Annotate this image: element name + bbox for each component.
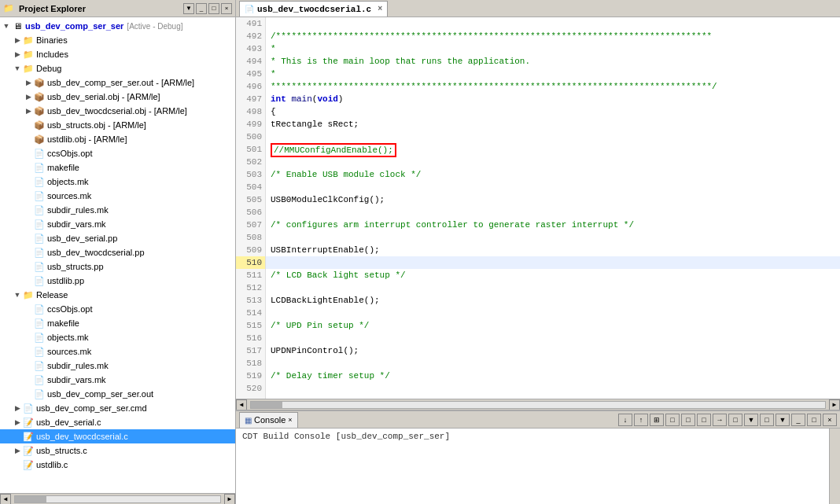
tree-item-ustdlib-c[interactable]: 📝ustdlib.c [0, 458, 235, 472]
tree-arrow-debug-usb-structs-pp[interactable] [24, 262, 33, 271]
tree-arrow-debug-makefile[interactable] [24, 163, 33, 172]
tree-item-debug-makefile[interactable]: 📄makefile [0, 160, 235, 175]
tree-arrow-debug-sources[interactable] [24, 191, 33, 200]
panel-close-btn[interactable]: × [221, 3, 232, 14]
tree-item-debug-sources[interactable]: 📄sources.mk [0, 189, 235, 203]
code-scroll-right[interactable]: ▶ [829, 399, 840, 410]
console-settings-dropdown[interactable]: ▼ [744, 414, 758, 426]
console-max-btn[interactable]: □ [807, 414, 821, 426]
tree-item-debug-subdir-vars[interactable]: 📄subdir_vars.mk [0, 217, 235, 231]
tree-arrow-root[interactable] [2, 21, 11, 31]
scroll-right-btn[interactable]: ▶ [224, 494, 235, 505]
console-expand-btn[interactable]: → [713, 414, 727, 426]
tree-arrow-release-objects[interactable] [24, 333, 33, 342]
console-min-btn[interactable]: _ [791, 414, 805, 426]
tree-item-includes[interactable]: 📁Includes [0, 47, 235, 61]
tree-item-usb-structs-c[interactable]: 📝usb_structs.c [0, 443, 235, 458]
tree-item-root[interactable]: 🖥usb_dev_comp_ser_ser [Active - Debug] [0, 19, 235, 33]
tree-item-usb-dev-twocdcserial-c[interactable]: 📝usb_dev_twocdcserial.c [0, 429, 235, 443]
tree-item-debug-ccsObjs[interactable]: 📄ccsObjs.opt [0, 146, 235, 160]
tree-item-release-subdir-vars[interactable]: 📄subdir_vars.mk [0, 373, 235, 387]
console-tab[interactable]: ▦ Console × [239, 412, 298, 428]
tree-arrow-debug-subdir-vars[interactable] [24, 219, 33, 229]
console-clear-btn[interactable]: □ [697, 414, 711, 426]
tree-arrow-debug-ustdlib-obj[interactable] [24, 134, 33, 144]
scroll-left-btn[interactable]: ◀ [0, 494, 11, 505]
tree-item-debug-serial-obj[interactable]: 📦usb_dev_serial.obj - [ARM/le] [0, 90, 235, 104]
tree-arrow-release-ccsObjs[interactable] [24, 304, 33, 314]
code-h-track[interactable] [250, 401, 826, 409]
console-filter-dropdown[interactable]: ▼ [776, 414, 790, 426]
scroll-track[interactable] [14, 495, 221, 503]
tree-item-release-comp-ser-out[interactable]: 📄usb_dev_comp_ser_ser.out [0, 387, 235, 401]
tree-arrow-debug-ustdlib-pp[interactable] [24, 276, 33, 285]
tree-arrow-debug-ccsObjs[interactable] [24, 149, 33, 158]
tree-item-debug-usb-serial-pp[interactable]: 📄usb_dev_serial.pp [0, 231, 235, 245]
tree-arrow-release-sources[interactable] [24, 347, 33, 356]
panel-min-btn[interactable]: _ [196, 3, 207, 14]
tree-arrow-debug-structs-obj[interactable] [24, 120, 33, 130]
tree-arrow-release-subdir-vars[interactable] [24, 375, 33, 384]
tree-item-debug-objects[interactable]: 📄objects.mk [0, 175, 235, 189]
tree-arrow-release[interactable] [13, 290, 22, 300]
tree-arrow-release-subdir-rules[interactable] [24, 361, 33, 370]
panel-menu-btn[interactable]: ▼ [183, 3, 194, 14]
console-layout-btn[interactable]: □ [728, 414, 742, 426]
tree-arrow-debug-usb-twocdcserial-pp[interactable] [24, 248, 33, 257]
tree-arrow-includes[interactable] [13, 50, 22, 59]
editor-tab-twocdcserial[interactable]: 📄 usb_dev_twocdcserial.c × [239, 1, 388, 17]
tree-item-debug-ser-out[interactable]: 📦usb_dev_comp_ser_ser.out - [ARM/le] [0, 75, 235, 90]
tree-item-debug-twocdcserial-obj[interactable]: 📦usb_dev_twocdcserial.obj - [ARM/le] [0, 104, 235, 118]
console-scroll-down-btn[interactable]: ↓ [618, 414, 632, 426]
scroll-thumb[interactable] [15, 496, 46, 502]
console-new-btn[interactable]: ⊞ [650, 414, 664, 426]
tree-item-debug-subdir-rules[interactable]: 📄subdir_rules.mk [0, 203, 235, 217]
tree-item-debug[interactable]: 📁Debug [0, 61, 235, 75]
tree-arrow-usb-dev-twocdcserial-c[interactable] [13, 432, 22, 441]
tree-arrow-debug-twocdcserial-obj[interactable] [24, 106, 33, 116]
tree-item-debug-usb-twocdcserial-pp[interactable]: 📄usb_dev_twocdcserial.pp [0, 245, 235, 259]
tree-item-debug-structs-obj[interactable]: 📦usb_structs.obj - [ARM/le] [0, 118, 235, 132]
tree-arrow-debug-serial-obj[interactable] [24, 92, 33, 101]
tree-arrow-debug-objects[interactable] [24, 177, 33, 186]
tree-item-release-cmd[interactable]: 📄usb_dev_comp_ser_ser.cmd [0, 401, 235, 415]
tree-item-release-makefile[interactable]: 📄makefile [0, 316, 235, 330]
console-copy-btn[interactable]: □ [681, 414, 695, 426]
tree-arrow-debug[interactable] [13, 64, 22, 73]
code-content[interactable]: /***************************************… [266, 17, 840, 399]
tree-arrow-usb-dev-serial-c[interactable] [13, 418, 22, 427]
tree-arrow-ustdlib-c[interactable] [13, 460, 22, 469]
tree-item-release[interactable]: 📁Release [0, 288, 235, 302]
tree-arrow-debug-ser-out[interactable] [24, 78, 33, 87]
editor-tab-close[interactable]: × [378, 5, 382, 13]
tree-arrow-release-cmd[interactable] [13, 403, 22, 413]
console-scroll-up-btn[interactable]: ↑ [634, 414, 648, 426]
code-scrollbar-h[interactable]: ◀ ▶ [236, 399, 840, 410]
tree-item-release-sources[interactable]: 📄sources.mk [0, 344, 235, 359]
tree-icon-release-subdir-vars: 📄 [33, 373, 46, 386]
tree-item-binaries[interactable]: 📁Binaries [0, 33, 235, 47]
tree-item-debug-ustdlib-pp[interactable]: 📄ustdlib.pp [0, 274, 235, 288]
console-close-btn[interactable]: × [823, 414, 837, 426]
tree-item-usb-dev-serial-c[interactable]: 📝usb_dev_serial.c [0, 415, 235, 429]
code-area[interactable]: 4914924934944954964974984995005015025035… [236, 17, 840, 399]
tree-item-debug-ustdlib-obj[interactable]: 📦ustdlib.obj - [ARM/le] [0, 132, 235, 146]
tree-arrow-debug-subdir-rules[interactable] [24, 205, 33, 215]
tree-arrow-release-comp-ser-out[interactable] [24, 389, 33, 399]
tree-arrow-usb-structs-c[interactable] [13, 446, 22, 455]
code-line-514 [266, 307, 840, 319]
tree-item-release-subdir-rules[interactable]: 📄subdir_rules.mk [0, 359, 235, 373]
console-vertical-scrollbar[interactable] [829, 429, 840, 504]
tree-arrow-debug-usb-serial-pp[interactable] [24, 234, 33, 243]
horizontal-scrollbar[interactable]: ◀ ▶ [0, 493, 235, 504]
console-filter-btn[interactable]: □ [760, 414, 774, 426]
tree-arrow-release-makefile[interactable] [24, 318, 33, 328]
tree-arrow-binaries[interactable] [13, 35, 22, 45]
tree-item-debug-usb-structs-pp[interactable]: 📄usb_structs.pp [0, 259, 235, 274]
tree-item-release-ccsObjs[interactable]: 📄ccsObjs.opt [0, 302, 235, 316]
panel-max-btn[interactable]: □ [208, 3, 219, 14]
tree-item-release-objects[interactable]: 📄objects.mk [0, 330, 235, 344]
code-scroll-left[interactable]: ◀ [236, 399, 247, 410]
console-pin-btn[interactable]: □ [665, 414, 680, 426]
code-h-thumb[interactable] [251, 402, 282, 408]
